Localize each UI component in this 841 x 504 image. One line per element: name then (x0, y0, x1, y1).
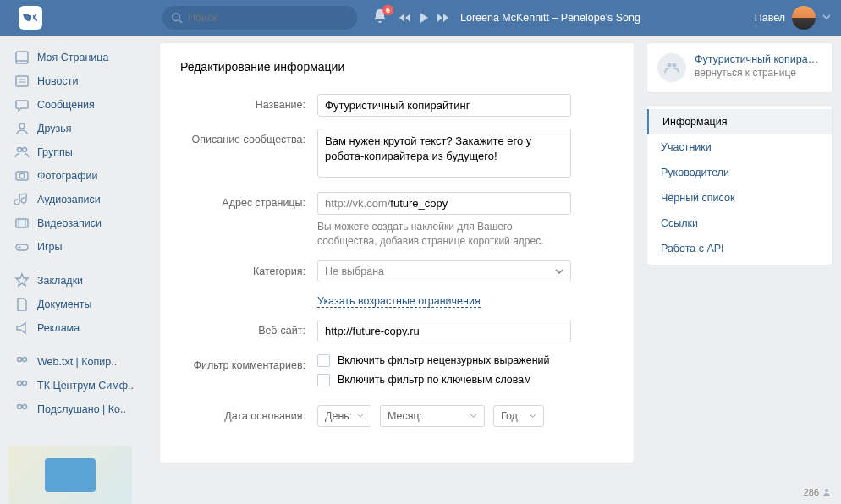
chevron-down-icon (357, 412, 364, 419)
month-select[interactable]: Месяц: (380, 405, 485, 427)
tab-api[interactable]: Работа с API (647, 236, 832, 261)
svg-point-9 (18, 148, 22, 152)
url-label: Адрес страницы: (180, 192, 317, 209)
nav-games[interactable]: Игры (8, 235, 147, 259)
svg-point-21 (18, 381, 22, 386)
username: Павел (755, 12, 785, 24)
now-playing[interactable]: Loreena McKennitt – Penelope's Song (460, 12, 640, 24)
chevron-down-icon (555, 267, 563, 276)
svg-point-27 (825, 489, 828, 492)
back-to-page-link[interactable]: вернуться к странице (695, 67, 822, 79)
nav-groups[interactable]: Группы (8, 140, 147, 164)
nav-docs[interactable]: Документы (8, 293, 147, 316)
website-input[interactable] (317, 320, 571, 342)
filter-profanity-row[interactable]: Включить фильтр нецензурных выражений (317, 354, 571, 367)
checkbox-icon (317, 354, 330, 367)
site-label: Веб-сайт: (180, 320, 317, 337)
tab-blacklist[interactable]: Чёрный список (647, 185, 832, 211)
svg-rect-3 (16, 52, 28, 63)
nav-messages[interactable]: Сообщения (8, 93, 147, 117)
nav-news[interactable]: Новости (8, 69, 147, 93)
tab-members[interactable]: Участники (647, 134, 832, 160)
age-restrictions-link[interactable]: Указать возрастные ограничения (317, 295, 481, 308)
desc-input[interactable] (317, 129, 571, 178)
nav-video[interactable]: Видеозаписи (8, 211, 147, 235)
svg-rect-13 (16, 219, 28, 227)
group-avatar (657, 53, 686, 82)
nav-group-2[interactable]: ТК Центрум Симф.. (8, 374, 147, 397)
url-hint: Вы можете создать наклейки для Вашего со… (317, 220, 571, 249)
svg-point-20 (23, 358, 27, 362)
search-box[interactable] (162, 6, 357, 30)
sidebar-thumbnail[interactable] (8, 446, 132, 504)
svg-rect-16 (16, 244, 28, 250)
svg-point-8 (19, 123, 25, 129)
header: 6 Loreena McKennitt – Penelope's Song Па… (0, 0, 841, 36)
nav-bookmarks[interactable]: Закладки (8, 269, 147, 293)
url-value: future_copy (390, 197, 448, 210)
url-prefix: http://vk.com/ (325, 197, 390, 210)
filter-label: Фильтр комментариев: (180, 354, 317, 371)
svg-point-1 (173, 14, 180, 21)
svg-rect-5 (16, 76, 28, 86)
edit-form: Редактирование информации Название: Опис… (159, 42, 635, 463)
nav-ads[interactable]: Реклама (8, 316, 147, 340)
svg-point-23 (18, 405, 22, 409)
date-label: Дата основания: (180, 405, 317, 422)
play-button[interactable] (418, 12, 430, 24)
chevron-down-icon (470, 412, 477, 419)
next-button[interactable] (437, 12, 448, 24)
name-label: Название: (180, 94, 317, 111)
online-counter: 286 (804, 487, 831, 497)
svg-point-22 (23, 381, 27, 386)
chevron-down-icon (822, 12, 831, 24)
tab-links[interactable]: Ссылки (647, 211, 832, 236)
search-input[interactable] (188, 12, 349, 24)
svg-point-26 (673, 63, 677, 68)
category-select[interactable]: Не выбрана (317, 260, 571, 282)
person-icon (822, 488, 831, 496)
desc-label: Описание сообщества: (180, 129, 317, 145)
svg-point-10 (23, 148, 27, 152)
url-input[interactable]: http://vk.com/future_copy (317, 192, 571, 215)
nav-my-page[interactable]: Моя Страница (8, 46, 147, 69)
sidebar: Моя Страница Новости Сообщения Друзья Гр… (8, 42, 147, 504)
svg-point-12 (19, 173, 25, 178)
nav-friends[interactable]: Друзья (8, 117, 147, 140)
notif-badge: 6 (382, 5, 393, 15)
group-header-card: Футуристичный копирай... вернуться к стр… (646, 42, 833, 93)
filter-keywords-row[interactable]: Включить фильтр по ключевым словам (317, 374, 571, 386)
notifications-button[interactable]: 6 (372, 8, 388, 28)
tab-info[interactable]: Информация (647, 109, 832, 134)
user-menu[interactable]: Павел (755, 6, 831, 30)
nav-group-3[interactable]: Подслушано | Ко.. (8, 397, 147, 421)
avatar (792, 6, 816, 30)
svg-point-24 (23, 405, 27, 409)
nav-photos[interactable]: Фотографии (8, 164, 147, 188)
day-select[interactable]: День: (317, 405, 371, 427)
svg-point-25 (668, 63, 672, 68)
page-title: Редактирование информации (180, 60, 613, 74)
settings-tabs: Информация Участники Руководители Чёрный… (646, 105, 833, 266)
svg-point-19 (18, 358, 22, 362)
player-controls (399, 12, 448, 24)
nav-audio[interactable]: Аудиозаписи (8, 188, 147, 211)
group-name-link[interactable]: Футуристичный копирай... (695, 53, 822, 65)
cat-label: Категория: (180, 260, 317, 277)
nav-group-1[interactable]: Web.txt | Копир.. (8, 350, 147, 374)
year-select[interactable]: Год: (493, 405, 544, 427)
prev-button[interactable] (399, 12, 411, 24)
chevron-down-icon (529, 412, 536, 419)
search-icon (171, 12, 183, 24)
tab-managers[interactable]: Руководители (647, 160, 832, 185)
name-input[interactable] (317, 94, 571, 117)
svg-line-2 (179, 20, 183, 24)
checkbox-icon (317, 374, 330, 386)
vk-logo[interactable] (19, 6, 42, 30)
